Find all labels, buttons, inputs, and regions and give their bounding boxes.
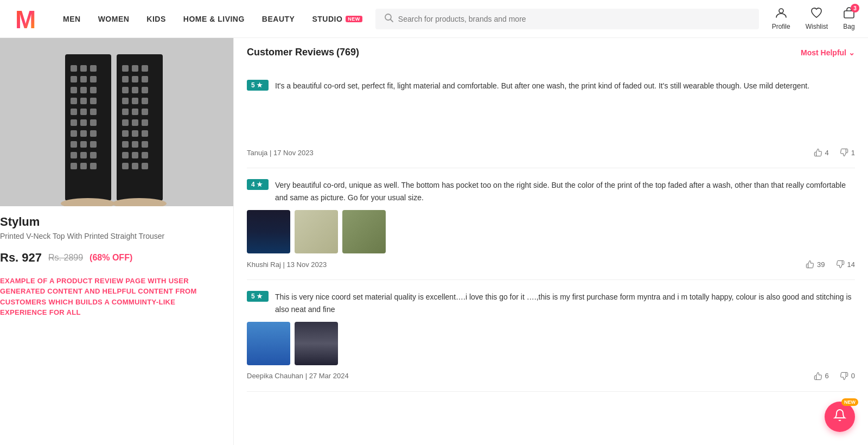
review-top: 4★ Very beautiful co-ord, unique as well…	[247, 179, 855, 204]
review-image[interactable]	[247, 98, 290, 142]
review-card: 4★ Very beautiful co-ord, unique as well…	[247, 168, 855, 280]
svg-rect-67	[142, 163, 148, 169]
bag-button[interactable]: 3 Bag	[843, 7, 855, 30]
svg-rect-52	[142, 109, 148, 115]
rating-badge: 4★	[247, 179, 269, 190]
bag-count-badge: 3	[851, 4, 859, 12]
svg-rect-45	[132, 87, 138, 93]
review-author: Deepika Chauhan | 27 Mar 2024	[247, 372, 349, 380]
heart-icon	[810, 7, 822, 22]
thumbs-down-icon	[840, 148, 848, 157]
svg-line-2	[390, 19, 393, 22]
svg-rect-29	[71, 141, 77, 148]
wishlist-button[interactable]: Wishlist	[806, 7, 828, 30]
review-image[interactable]	[295, 322, 338, 365]
svg-rect-41	[122, 76, 129, 82]
review-images	[247, 322, 855, 365]
review-image[interactable]	[247, 210, 290, 253]
review-text: It's a beautiful co-ord set, perfect fit…	[275, 80, 855, 92]
notification-button[interactable]: NEW	[825, 402, 855, 432]
thumbs-up-icon	[814, 148, 822, 157]
review-image[interactable]	[295, 210, 338, 253]
svg-rect-24	[80, 119, 87, 126]
svg-rect-46	[142, 87, 148, 93]
wishlist-label: Wishlist	[806, 23, 828, 30]
like-button[interactable]: 39	[806, 260, 825, 269]
dislike-button[interactable]: 1	[840, 148, 855, 157]
svg-rect-36	[80, 163, 87, 169]
review-images	[247, 98, 855, 142]
svg-rect-55	[142, 119, 148, 126]
svg-rect-33	[80, 152, 87, 158]
svg-rect-66	[132, 163, 138, 169]
rating-badge: 5★	[247, 291, 269, 302]
review-image[interactable]	[247, 322, 290, 365]
svg-rect-64	[142, 152, 148, 158]
main-content: Stylum Printed V-Neck Top With Printed S…	[0, 38, 868, 445]
svg-rect-32	[71, 152, 77, 158]
nav-women[interactable]: WOMEN	[98, 15, 130, 23]
svg-rect-40	[142, 65, 148, 72]
profile-label: Profile	[772, 23, 790, 30]
notification-new-badge: NEW	[841, 398, 858, 406]
nav-men[interactable]: MEN	[63, 15, 81, 23]
svg-rect-10	[90, 65, 97, 72]
bag-label: Bag	[843, 23, 854, 30]
product-info: Stylum Printed V-Neck Top With Printed S…	[0, 206, 225, 318]
svg-rect-13	[90, 76, 97, 82]
review-image[interactable]	[342, 210, 386, 253]
svg-rect-61	[142, 141, 148, 148]
left-panel: Stylum Printed V-Neck Top With Printed S…	[0, 38, 233, 445]
nav-home-living[interactable]: HOME & LIVING	[183, 15, 245, 23]
price-current: Rs. 927	[0, 251, 42, 265]
svg-rect-19	[90, 98, 97, 104]
sort-button[interactable]: Most Helpful ⌄	[801, 48, 855, 57]
thumbs-down-icon	[836, 260, 845, 269]
svg-rect-63	[132, 152, 138, 158]
reviews-title: Customer Reviews(769)	[247, 47, 359, 58]
dislike-button[interactable]: 0	[840, 372, 855, 380]
reviews-header: Customer Reviews(769) Most Helpful ⌄	[247, 47, 855, 58]
price-row: Rs. 927 Rs. 2899 (68% OFF)	[0, 251, 216, 265]
svg-rect-18	[80, 98, 87, 104]
price-original: Rs. 2899	[48, 253, 83, 263]
svg-rect-51	[132, 109, 138, 115]
nav-kids[interactable]: KIDS	[146, 15, 165, 23]
svg-rect-49	[142, 98, 148, 104]
review-images	[247, 210, 855, 253]
bell-icon	[833, 409, 846, 425]
svg-rect-11	[71, 76, 77, 82]
svg-rect-26	[71, 130, 77, 137]
promo-text: EXAMPLE OF A PRODUCT REVIEW PAGE WITH US…	[0, 276, 216, 318]
profile-icon	[775, 7, 787, 22]
nav-beauty[interactable]: BEAUTY	[262, 15, 295, 23]
search-input[interactable]	[398, 15, 750, 23]
logo[interactable]: M	[13, 5, 46, 33]
svg-rect-20	[71, 109, 77, 115]
svg-rect-42	[132, 76, 138, 82]
svg-rect-50	[122, 109, 129, 115]
profile-button[interactable]: Profile	[772, 7, 790, 30]
dislike-button[interactable]: 14	[836, 260, 855, 269]
svg-rect-60	[132, 141, 138, 148]
nav-studio[interactable]: STUDIO NEW	[312, 15, 362, 23]
like-button[interactable]: 6	[814, 372, 829, 380]
thumbs-up-icon	[806, 260, 814, 269]
svg-rect-35	[71, 163, 77, 169]
svg-rect-62	[122, 152, 129, 158]
studio-new-badge: NEW	[346, 16, 362, 22]
svg-rect-17	[71, 98, 77, 104]
svg-rect-27	[80, 130, 87, 137]
product-image	[0, 38, 233, 206]
review-text: This is very nice coord set material qua…	[275, 291, 855, 315]
header-actions: Profile Wishlist 3 Bag	[772, 7, 855, 30]
star-icon: ★	[257, 81, 263, 89]
like-button[interactable]: 4	[814, 148, 829, 157]
search-bar[interactable]	[375, 9, 759, 29]
svg-rect-23	[71, 119, 77, 126]
svg-rect-31	[90, 141, 97, 148]
review-footer: Khushi Raj | 13 Nov 2023 39	[247, 260, 855, 269]
svg-rect-21	[80, 109, 87, 115]
svg-rect-53	[122, 119, 129, 126]
svg-rect-59	[122, 141, 129, 148]
